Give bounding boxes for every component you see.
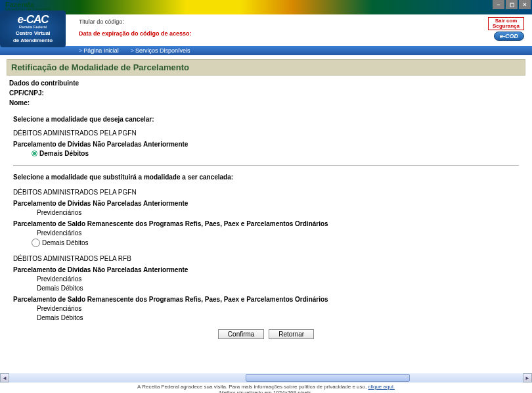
scroll-left-icon[interactable]: ◄ [0, 373, 9, 382]
heading-parc-nao-1: Parcelamento de Dívidas Não Parceladas A… [13, 141, 525, 148]
item-demais-4: Demais Débitos [37, 314, 525, 321]
label-nome: Nome: [9, 99, 523, 106]
expira-label: Data de expiração do código de acesso: [79, 30, 532, 37]
heading-parc-nao-2: Parcelamento de Dívidas Não Parceladas A… [13, 200, 525, 207]
cac-logo-text: e-CAC [0, 13, 66, 26]
heading-parc-saldo-1: Parcelamento de Saldo Remanescente dos P… [13, 220, 525, 227]
scroll-track[interactable] [9, 373, 523, 382]
radio-input[interactable] [32, 239, 40, 247]
scroll-right-icon[interactable]: ► [523, 373, 532, 382]
footer-link[interactable]: clique aqui. [368, 384, 394, 390]
page-title: Retificação de Modalidade de Parcelament… [7, 59, 525, 76]
header-info: Titular do código: Data de expiração do … [79, 14, 532, 37]
app-header: e-CAC Receita Federal Centro Virtual de … [0, 14, 532, 46]
logout-button[interactable]: Sair com Segurança [488, 17, 524, 30]
ecod-badge: e-COD [494, 32, 524, 41]
horizontal-scrollbar[interactable]: ◄ ► [0, 373, 532, 382]
item-prev-2: Previdenciários [37, 229, 525, 237]
heading-pgfn-2: DÉBITOS ADMINISTRADOS PELA PGFN [13, 189, 525, 196]
heading-rfb: DÉBITOS ADMINISTRADOS PELA RFB [13, 255, 525, 262]
chevron-right-icon: > [131, 47, 134, 54]
titular-label: Titular do código: [79, 18, 124, 25]
cac-logo-cv2: de Atendimento [0, 37, 66, 43]
nav-home-label: Página Inicial [83, 47, 119, 54]
item-demais-3: Demais Débitos [37, 285, 525, 292]
close-button[interactable]: × [519, 0, 531, 9]
button-row: Confirma Retornar [7, 329, 525, 339]
instr-cancel: Selecione a modalidade que deseja cancel… [13, 116, 525, 123]
radio-checked-icon [32, 150, 37, 156]
nav-services[interactable]: >Serviços Disponíveis [131, 47, 190, 54]
nav-home[interactable]: >Página Inicial [79, 47, 119, 54]
os-topbar: Fazenda Ministério da Fazenda – ◻ × [0, 0, 532, 14]
scroll-thumb[interactable] [246, 374, 410, 382]
footer-res: Melhor visualizado em 1024x768 pixels. [219, 390, 313, 393]
radio-demais-2-label: Demais Débitos [42, 239, 89, 246]
footer-text: A Receita Federal agradece sua visita. P… [137, 384, 368, 390]
minimize-button[interactable]: – [493, 0, 504, 9]
cac-logo-rf: Receita Federal [0, 25, 66, 29]
label-cpf: CPF/CNPJ: [9, 89, 523, 97]
main-content: Retificação de Modalidade de Parcelament… [0, 55, 532, 342]
logout-line2: Segurança [493, 23, 520, 29]
confirm-button[interactable]: Confirma [218, 329, 265, 339]
heading-parc-saldo-2: Parcelamento de Saldo Remanescente dos P… [13, 296, 525, 303]
divider [13, 165, 519, 166]
heading-pgfn-1: DÉBITOS ADMINISTRADOS PELA PGFN [13, 129, 525, 137]
nav-services-label: Serviços Disponíveis [135, 47, 190, 54]
cac-logo: e-CAC Receita Federal Centro Virtual de … [0, 11, 66, 47]
cac-logo-cv1: Centro Virtual [0, 30, 66, 36]
navbar: >Página Inicial >Serviços Disponíveis [0, 46, 532, 55]
item-prev-4: Previdenciários [37, 305, 525, 312]
heading-dados: Dados do contribuinte [9, 80, 523, 87]
footer: A Receita Federal agradece sua visita. P… [0, 384, 532, 393]
chevron-right-icon: > [79, 47, 82, 54]
window-controls: – ◻ × [493, 0, 531, 9]
radio-demais-selected[interactable]: Demais Débitos [32, 150, 525, 157]
radio-demais-label: Demais Débitos [39, 150, 89, 157]
instr-subst: Selecione a modalidade que substituirá a… [13, 173, 525, 181]
return-button[interactable]: Retornar [269, 329, 314, 339]
maximize-button[interactable]: ◻ [506, 0, 518, 9]
heading-parc-nao-3: Parcelamento de Dívidas Não Parceladas A… [13, 266, 525, 273]
item-prev-1: Previdenciários [37, 209, 525, 216]
radio-demais-2[interactable]: Demais Débitos [32, 239, 525, 247]
item-prev-3: Previdenciários [37, 275, 525, 283]
